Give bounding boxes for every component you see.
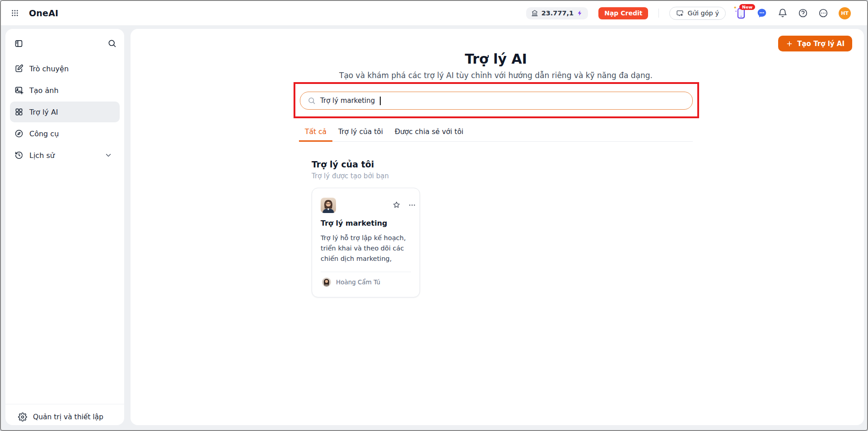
plus-icon: [786, 40, 793, 47]
main-panel: Tạo Trợ lý AI Trợ lý AI Tạo và khám phá …: [131, 29, 864, 425]
sidebar-item-label: Tạo ảnh: [29, 86, 59, 95]
sidebar-nav: Trò chuyện Tạo ảnh Trợ lý AI Công cụ Lịc…: [5, 58, 124, 166]
new-badge: New: [739, 4, 755, 10]
credit-building-icon: [531, 9, 538, 17]
create-assistant-button[interactable]: Tạo Trợ lý AI: [778, 36, 852, 51]
feedback-button[interactable]: Gửi góp ý: [669, 7, 726, 20]
owner-name: Hoàng Cẩm Tú: [336, 278, 380, 286]
assistant-avatar: [321, 198, 336, 213]
sidebar: Trò chuyện Tạo ảnh Trợ lý AI Công cụ Lịc…: [5, 29, 124, 425]
sidebar-item-tro-ly-ai[interactable]: Trợ lý AI: [10, 102, 120, 122]
feedback-icon: [676, 9, 684, 17]
assistant-tabs: Tất cả Trợ lý của tôi Được chia sẻ với t…: [299, 123, 693, 142]
sidebar-item-cong-cu[interactable]: Công cụ: [10, 123, 120, 144]
grid-menu-icon[interactable]: [11, 9, 19, 17]
more-icon[interactable]: [818, 8, 828, 18]
image-plus-icon: [14, 86, 23, 95]
sidebar-search-icon[interactable]: [107, 39, 117, 48]
sidebar-item-label: Công cụ: [29, 130, 59, 138]
card-divider: [321, 272, 411, 272]
gear-icon: [18, 412, 27, 422]
page-title: Trợ lý AI: [299, 51, 693, 67]
section-heading: Trợ lý của tôi: [312, 159, 374, 169]
assistant-card-title: Trợ lý marketing: [321, 219, 387, 227]
sidebar-item-label: Lịch sử: [29, 151, 55, 160]
page-subtitle: Tạo và khám phá các trợ lý AI tùy chỉnh …: [299, 71, 693, 80]
assistant-card-description: Trợ lý hỗ trợ lập kế hoạch, triển khai v…: [321, 233, 413, 264]
tab-duoc-chia-se[interactable]: Được chia sẻ với tôi: [389, 123, 469, 141]
panel-toggle-icon[interactable]: [14, 39, 23, 48]
credit-amount: 23.777,1: [541, 9, 574, 17]
help-icon[interactable]: [798, 8, 808, 18]
owner-avatar: [322, 278, 331, 287]
sidebar-divider: [5, 404, 124, 404]
nap-credit-button[interactable]: Nạp Credit: [598, 7, 648, 19]
assistant-card[interactable]: Trợ lý marketing Trợ lý hỗ trợ lập kế ho…: [312, 188, 420, 297]
sidebar-item-tro-chuyen[interactable]: Trò chuyện: [10, 58, 120, 79]
card-ellipsis-icon[interactable]: [408, 201, 416, 209]
grid-icon: [14, 107, 23, 116]
credit-balance[interactable]: 23.777,1: [526, 7, 588, 19]
mobile-app-promo-icon[interactable]: ✦ ✦ New: [736, 7, 746, 19]
chevron-down-icon[interactable]: [104, 151, 112, 159]
section-subheading: Trợ lý được tạo bởi bạn: [312, 172, 389, 180]
header-separator: [658, 9, 659, 18]
sidebar-item-label: Trợ lý AI: [29, 108, 58, 116]
bell-icon[interactable]: [778, 8, 788, 18]
annotation-highlight-box: Trợ lý marketing: [294, 82, 699, 118]
tab-tro-ly-cua-toi[interactable]: Trợ lý của tôi: [332, 123, 389, 141]
history-icon: [14, 151, 23, 160]
compose-icon: [14, 64, 23, 73]
sidebar-item-lich-su[interactable]: Lịch sử: [10, 145, 120, 166]
sidebar-item-tao-anh[interactable]: Tạo ảnh: [10, 80, 120, 101]
create-assistant-label: Tạo Trợ lý AI: [797, 40, 845, 48]
app-logo[interactable]: OneAI: [29, 8, 58, 18]
search-input-value: Trợ lý marketing: [320, 97, 375, 105]
search-icon: [308, 97, 316, 105]
compass-icon: [14, 129, 23, 138]
sidebar-footer-label: Quản trị và thiết lập: [33, 413, 103, 421]
sidebar-item-settings[interactable]: Quản trị và thiết lập: [10, 407, 120, 427]
messenger-icon[interactable]: [756, 8, 767, 19]
text-caret: [380, 97, 381, 105]
star-icon[interactable]: [392, 201, 401, 209]
sparkle-icon: ✦: [735, 9, 737, 13]
bolt-icon: [577, 10, 583, 16]
app-window: OneAI 23.777,1 Nạp Credit Gửi góp ý ✦ ✦: [0, 0, 868, 431]
top-header: OneAI 23.777,1 Nạp Credit Gửi góp ý ✦ ✦: [1, 1, 867, 25]
assistant-search-input[interactable]: Trợ lý marketing: [300, 92, 693, 110]
feedback-label: Gửi góp ý: [687, 9, 719, 17]
user-avatar[interactable]: HT: [839, 7, 851, 19]
tab-tat-ca[interactable]: Tất cả: [299, 123, 332, 141]
sidebar-item-label: Trò chuyện: [29, 65, 69, 73]
